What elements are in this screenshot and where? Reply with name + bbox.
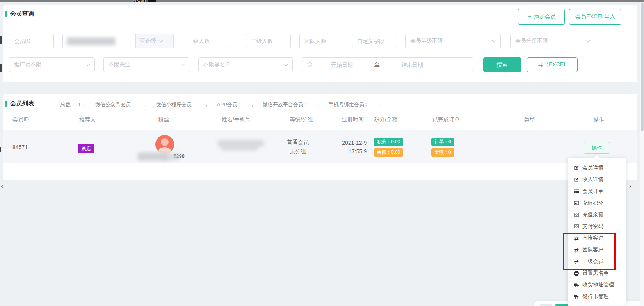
row-action-button[interactable]: 操作 (584, 142, 610, 154)
team-count-input[interactable] (299, 34, 343, 48)
member-group: 无分组 (274, 148, 321, 155)
chevron-down-icon (158, 38, 163, 42)
excel-import-button[interactable]: 会员EXCEL导入 (569, 9, 621, 25)
promoter-select[interactable]: 推广员不限 (9, 57, 95, 72)
truck-icon (573, 282, 579, 288)
export-excel-button[interactable]: 导出EXCEL (527, 57, 578, 72)
clock-icon (307, 62, 313, 68)
menu-item-recharge-points[interactable]: 充值积分 (568, 197, 626, 209)
scroll-left-arrow[interactable]: ‹ (1, 182, 4, 190)
amount-pill: 金额：0 (431, 148, 454, 157)
date-separator: 至 (371, 61, 383, 68)
reg-date: 2021-12-9 (331, 140, 367, 146)
stat-label: 微信小程序会员： (156, 101, 197, 108)
edit-icon (573, 165, 579, 171)
member-stats: 总数：1 ， 微信公众号会员：---， 微信小程序会员：---， APP会员：-… (60, 101, 382, 108)
follow-select-label: 不限关注 (109, 61, 178, 68)
blacklist-select[interactable]: 不限黑名单 (198, 57, 293, 72)
column-points-balance: 积分/余额 (374, 116, 397, 123)
stat-value: ---， (311, 101, 321, 108)
block-icon (573, 270, 579, 276)
dialog-confirm-button-fragment[interactable] (555, 304, 568, 306)
menu-item-label: 支付密码 (582, 223, 603, 230)
search-button[interactable]: 搜索 (483, 57, 521, 72)
stat-value: ---， (199, 101, 209, 108)
column-type: 类型 (524, 116, 535, 123)
member-id-cell: 84571 (12, 130, 28, 164)
top-menu-fragment: 会员设置 (133, 0, 156, 2)
keyword-input[interactable] (63, 34, 135, 48)
dialog-cancel-button-fragment[interactable] (540, 304, 552, 306)
column-fans: 粉丝 (158, 116, 169, 123)
redacted-keyword-blur (67, 37, 116, 45)
avatar (155, 135, 174, 154)
name-phone-redacted (218, 140, 264, 152)
referrer-badge: 总店 (78, 144, 94, 153)
scrollbar-thumb[interactable] (641, 2, 644, 131)
menu-item-bank-card[interactable]: 银行卡管理 (568, 291, 626, 302)
level2-count-input[interactable] (246, 34, 291, 48)
page-title: 会员查询 (10, 10, 34, 18)
edit-icon (573, 177, 579, 183)
member-group-select-label: 会员分组不限 (515, 37, 583, 44)
menu-item-pay-password[interactable]: 支付密码 (568, 221, 626, 232)
level-group-cell: 普通会员 无分组 (274, 130, 321, 164)
menu-item-member-orders[interactable]: 会员订单 (568, 185, 626, 197)
chevron-down-icon (86, 62, 90, 66)
blacklist-select-label: 不限黑名单 (203, 61, 281, 68)
export-excel-label: 导出EXCEL (538, 61, 567, 68)
accent-bar (5, 11, 7, 17)
scroll-right-arrow[interactable]: › (629, 182, 632, 190)
plus-icon: ＋ (527, 13, 532, 20)
left-edge-fragment (0, 147, 1, 152)
keyword-input-group: 请选择 (62, 34, 174, 48)
balance-pill: 余额：0.00 (374, 148, 403, 157)
column-actions: 操作 (593, 116, 604, 123)
add-member-button[interactable]: ＋ 添加会员 (518, 9, 565, 25)
menu-item-member-detail[interactable]: 会员详情 (568, 162, 626, 174)
member-group-select[interactable]: 会员分组不限 (510, 34, 594, 48)
end-date-input[interactable] (383, 62, 441, 68)
stat-label: 微信公众号会员： (95, 101, 136, 108)
chevron-down-icon (492, 38, 496, 42)
menu-item-label: 充值积分 (582, 199, 603, 206)
keyword-field-select-label: 请选择 (140, 37, 156, 44)
list-title: 会员列表 (10, 100, 34, 107)
scrollbar-track[interactable] (640, 0, 644, 306)
menu-item-shipping-address[interactable]: 收货地址管理 (568, 279, 626, 291)
member-level: 普通会员 (274, 139, 321, 146)
custom-field-input[interactable] (352, 34, 397, 48)
stat-label: APP会员： (217, 101, 242, 108)
menu-item-income-detail[interactable]: 收入详情 (568, 174, 626, 185)
reg-time-cell: 2021-12-9 17:55:9 (331, 130, 367, 164)
stat-value: 1 ， (78, 101, 87, 108)
money-icon (573, 212, 579, 218)
table-header: 会员ID 推荐人 粉丝 姓名/手机号 等级/分组 注册时间 积分/余额 已完成订… (3, 115, 637, 126)
start-date-input[interactable] (313, 62, 371, 68)
column-referrer: 推荐人 (79, 116, 96, 123)
follow-select[interactable]: 不限关注 (103, 57, 189, 72)
member-level-select-label: 会员等级不限 (410, 37, 489, 44)
member-admin-screen: 会员设置 会员查询 ＋ 添加会员 会员EXCEL导入 请选择 (0, 0, 644, 306)
chevron-down-icon (180, 62, 185, 66)
accent-bar (5, 101, 7, 107)
keyword-field-select[interactable]: 请选择 (135, 34, 173, 48)
member-level-select[interactable]: 会员等级不限 (405, 34, 501, 48)
action-menu: 会员详情 收入详情 会员订单 充值积分 充值余额 支付密码 ⇄ 直推客户 ⇄ 团… (568, 158, 626, 306)
menu-item-label: 收货地址管理 (582, 281, 614, 288)
list-icon (573, 189, 579, 194)
menu-item-label: 设置黑名单 (582, 270, 609, 277)
reg-time: 17:55:9 (331, 148, 367, 155)
level1-count-input[interactable] (183, 34, 227, 48)
red-annotation-box (563, 233, 616, 270)
stat-label: 微信开放平台会员： (263, 101, 308, 108)
column-name-phone: 姓名/手机号 (222, 116, 251, 123)
menu-item-recharge-balance[interactable]: 充值余额 (568, 209, 626, 221)
column-reg-time: 注册时间 (342, 116, 364, 123)
menu-item-label: 会员详情 (582, 164, 603, 171)
menu-item-label: 会员订单 (582, 188, 603, 195)
chevron-down-icon (284, 62, 288, 66)
date-range-picker[interactable]: 至 (302, 57, 473, 72)
member-id-input[interactable] (9, 34, 54, 48)
window-top-strip: 会员设置 (0, 0, 644, 2)
